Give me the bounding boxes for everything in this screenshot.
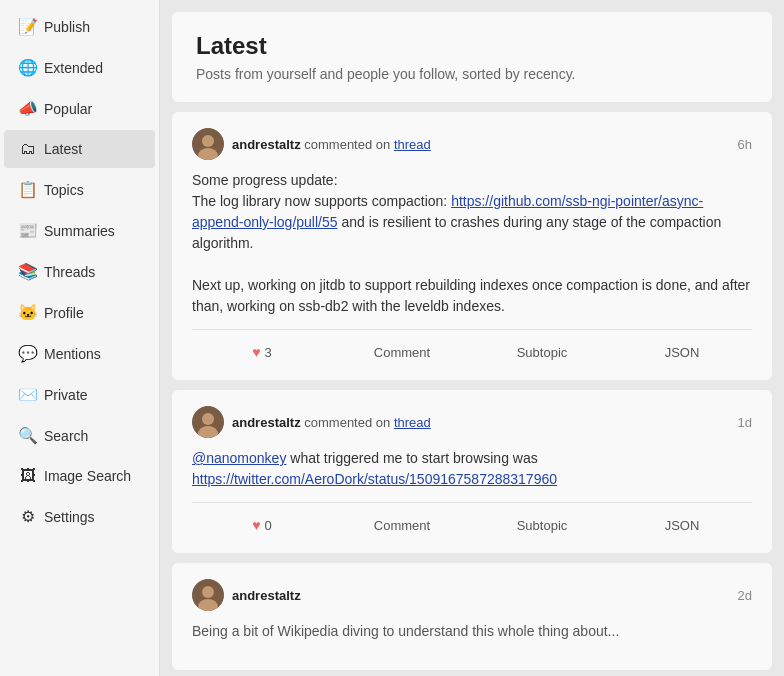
comment-button[interactable]: Comment — [332, 341, 472, 364]
subtopic-button[interactable]: Subtopic — [472, 341, 612, 364]
sidebar-item-label: Search — [44, 428, 88, 444]
heart-button[interactable]: ♥ 3 — [192, 340, 332, 364]
sidebar-item-topics[interactable]: 📋Topics — [4, 170, 155, 209]
post-meta: andrestaltz commented on thread — [232, 137, 431, 152]
post-meta: andrestaltz — [232, 588, 301, 603]
post-card: andrestaltz 2d Being a bit of Wikipedia … — [172, 563, 772, 670]
sidebar-item-popular[interactable]: 📣Popular — [4, 89, 155, 128]
sidebar-item-mentions[interactable]: 💬Mentions — [4, 334, 155, 373]
mentions-icon: 💬 — [18, 344, 38, 363]
sidebar-item-label: Mentions — [44, 346, 101, 362]
sidebar-item-publish[interactable]: 📝Publish — [4, 7, 155, 46]
post-link[interactable]: https://github.com/ssb-ngi-pointer/async… — [192, 193, 703, 230]
latest-icon: 🗂 — [18, 140, 38, 158]
profile-icon: 🐱 — [18, 303, 38, 322]
sidebar-item-label: Extended — [44, 60, 103, 76]
page-header: Latest Posts from yourself and people yo… — [172, 12, 772, 102]
heart-button[interactable]: ♥ 0 — [192, 513, 332, 537]
post-username: andrestaltz — [232, 588, 301, 603]
post-header-left: andrestaltz — [192, 579, 301, 611]
threads-icon: 📚 — [18, 262, 38, 281]
post-header-left: andrestaltz commented on thread — [192, 128, 431, 160]
comment-button[interactable]: Comment — [332, 514, 472, 537]
svg-point-7 — [202, 586, 214, 598]
sidebar-item-private[interactable]: ✉️Private — [4, 375, 155, 414]
sidebar-item-search[interactable]: 🔍Search — [4, 416, 155, 455]
sidebar-item-label: Threads — [44, 264, 95, 280]
sidebar-item-label: Summaries — [44, 223, 115, 239]
post-body: Some progress update: The log library no… — [192, 170, 752, 317]
sidebar-item-extended[interactable]: 🌐Extended — [4, 48, 155, 87]
post-header: andrestaltz 2d — [192, 579, 752, 611]
subtopic-label: Subtopic — [517, 518, 568, 533]
heart-count: 0 — [265, 518, 272, 533]
avatar — [192, 579, 224, 611]
topics-icon: 📋 — [18, 180, 38, 199]
post-link[interactable]: https://twitter.com/AeroDork/status/1509… — [192, 471, 557, 487]
heart-icon: ♥ — [252, 344, 260, 360]
post-card: andrestaltz commented on thread 1d @nano… — [172, 390, 772, 553]
post-body: Being a bit of Wikipedia diving to under… — [192, 621, 752, 642]
json-button[interactable]: JSON — [612, 514, 752, 537]
settings-icon: ⚙ — [18, 507, 38, 526]
svg-point-1 — [202, 135, 214, 147]
comment-label: Comment — [374, 518, 430, 533]
mention-link[interactable]: @nanomonkey — [192, 450, 286, 466]
comment-label: Comment — [374, 345, 430, 360]
image-search-icon: 🖼 — [18, 467, 38, 485]
heart-count: 3 — [265, 345, 272, 360]
post-actions: ♥ 0 Comment Subtopic JSON — [192, 502, 752, 537]
post-actions: ♥ 3 Comment Subtopic JSON — [192, 329, 752, 364]
page-title: Latest — [196, 32, 748, 60]
sidebar-item-label: Profile — [44, 305, 84, 321]
sidebar-item-label: Publish — [44, 19, 90, 35]
sidebar-item-latest[interactable]: 🗂Latest — [4, 130, 155, 168]
popular-icon: 📣 — [18, 99, 38, 118]
post-action: commented on — [304, 415, 394, 430]
thread-link[interactable]: thread — [394, 415, 431, 430]
sidebar-item-label: Image Search — [44, 468, 131, 484]
post-time: 6h — [738, 137, 752, 152]
post-header-left: andrestaltz commented on thread — [192, 406, 431, 438]
post-time: 1d — [738, 415, 752, 430]
subtopic-button[interactable]: Subtopic — [472, 514, 612, 537]
sidebar-item-label: Settings — [44, 509, 95, 525]
post-meta: andrestaltz commented on thread — [232, 415, 431, 430]
post-action: commented on — [304, 137, 394, 152]
extended-icon: 🌐 — [18, 58, 38, 77]
post-time: 2d — [738, 588, 752, 603]
sidebar-item-settings[interactable]: ⚙Settings — [4, 497, 155, 536]
post-username: andrestaltz — [232, 415, 301, 430]
sidebar-item-label: Topics — [44, 182, 84, 198]
sidebar-item-threads[interactable]: 📚Threads — [4, 252, 155, 291]
thread-link[interactable]: thread — [394, 137, 431, 152]
sidebar-item-image-search[interactable]: 🖼Image Search — [4, 457, 155, 495]
page-subtitle: Posts from yourself and people you follo… — [196, 66, 748, 82]
avatar — [192, 128, 224, 160]
sidebar-item-label: Private — [44, 387, 88, 403]
subtopic-label: Subtopic — [517, 345, 568, 360]
json-label: JSON — [665, 518, 700, 533]
json-label: JSON — [665, 345, 700, 360]
sidebar-item-profile[interactable]: 🐱Profile — [4, 293, 155, 332]
search-icon: 🔍 — [18, 426, 38, 445]
avatar — [192, 406, 224, 438]
svg-point-4 — [202, 413, 214, 425]
post-card: andrestaltz commented on thread 6h Some … — [172, 112, 772, 380]
publish-icon: 📝 — [18, 17, 38, 36]
sidebar-item-label: Latest — [44, 141, 82, 157]
heart-icon: ♥ — [252, 517, 260, 533]
post-body: @nanomonkey what triggered me to start b… — [192, 448, 752, 490]
private-icon: ✉️ — [18, 385, 38, 404]
post-header: andrestaltz commented on thread 1d — [192, 406, 752, 438]
summaries-icon: 📰 — [18, 221, 38, 240]
sidebar-item-label: Popular — [44, 101, 92, 117]
json-button[interactable]: JSON — [612, 341, 752, 364]
sidebar: 📝Publish🌐Extended📣Popular🗂Latest📋Topics📰… — [0, 0, 160, 676]
sidebar-item-summaries[interactable]: 📰Summaries — [4, 211, 155, 250]
post-header: andrestaltz commented on thread 6h — [192, 128, 752, 160]
post-username: andrestaltz — [232, 137, 301, 152]
main-content: Latest Posts from yourself and people yo… — [160, 0, 784, 676]
